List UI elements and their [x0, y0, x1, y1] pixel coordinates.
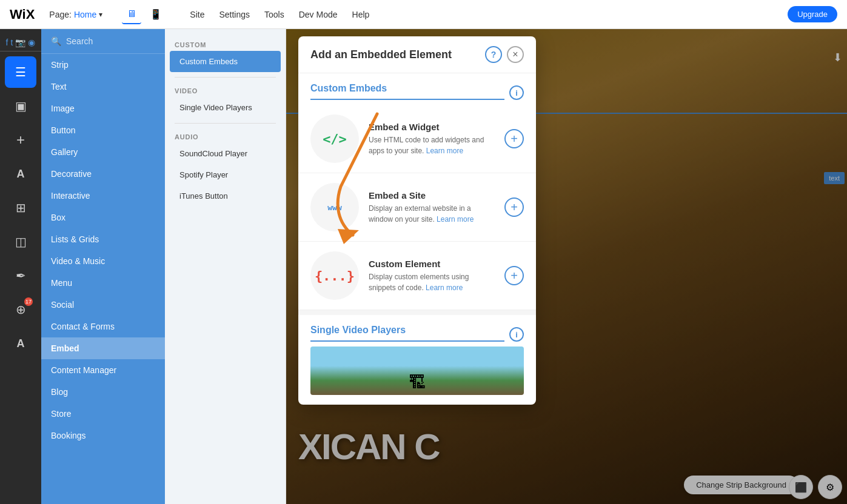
- upgrade-button[interactable]: Upgrade: [788, 6, 837, 22]
- sub-panel-divider-2: [175, 123, 276, 124]
- sidebar-item-embed[interactable]: Embed: [41, 337, 165, 359]
- account-panel-button[interactable]: A: [5, 328, 36, 359]
- sub-panel-custom-embeds[interactable]: Custom Embeds: [170, 51, 281, 72]
- embed-widget-icon: </>: [310, 114, 359, 163]
- sidebar-item-lists[interactable]: Lists & Grids: [41, 228, 165, 250]
- facebook-icon[interactable]: f: [6, 38, 8, 47]
- top-bar: WiX Page: Home ▾ 🖥 📱 Site Settings Tools…: [0, 0, 847, 29]
- nav-settings[interactable]: Settings: [219, 10, 250, 19]
- sidebar-item-video[interactable]: Video & Music: [41, 250, 165, 272]
- sidebar-item-social[interactable]: Social: [41, 294, 165, 316]
- add-icon: +: [16, 131, 25, 148]
- embed-site-name: Embed a Site: [369, 190, 495, 201]
- elements-panel-button[interactable]: ▣: [5, 90, 36, 122]
- modal-body: Custom Embeds i </> Embed a Widget Use H…: [298, 73, 536, 405]
- sub-panel-soundcloud[interactable]: SoundCloud Player: [170, 143, 281, 164]
- contacts-badge: 17: [24, 297, 33, 306]
- content-area: XICAN C text ⬇ Add an Embedded Element ?…: [286, 29, 847, 504]
- tripadvisor-icon[interactable]: ◉: [28, 38, 35, 47]
- sidebar-item-text[interactable]: Text: [41, 76, 165, 98]
- embed-site-add-button[interactable]: +: [504, 197, 524, 217]
- modal-help-button[interactable]: ?: [485, 46, 502, 63]
- embed-widget-name: Embed a Widget: [369, 122, 495, 132]
- sidebar-item-decorative[interactable]: Decorative: [41, 163, 165, 185]
- chevron-down-icon[interactable]: ▾: [99, 10, 102, 19]
- custom-element-name: Custom Element: [369, 259, 495, 269]
- page-label: Page:: [49, 10, 72, 19]
- embed-widget-desc: Use HTML code to add widgets and apps to…: [369, 134, 495, 156]
- sub-panel-audio-label: AUDIO: [165, 128, 286, 143]
- pen-icon: ✒: [16, 268, 26, 283]
- main-layout: f t 📷 ◉ ☰ ▣ + A ⊞ ◫ ✒ ⊕ 17 A: [0, 29, 847, 504]
- sub-panel-spotify[interactable]: Spotify Player: [170, 164, 281, 185]
- sidebar-item-interactive[interactable]: Interactive: [41, 185, 165, 207]
- video-thumbnail: 🏗: [310, 346, 524, 395]
- sidebar-item-store[interactable]: Store: [41, 403, 165, 425]
- page-name[interactable]: Home: [74, 10, 96, 19]
- custom-embeds-section-header: Custom Embeds i: [298, 73, 536, 105]
- pages-panel-button[interactable]: ☰: [5, 56, 36, 88]
- text-icon: A: [17, 168, 25, 181]
- search-bar[interactable]: 🔍: [41, 29, 165, 54]
- sidebar-item-blog[interactable]: Blog: [41, 381, 165, 403]
- embed-site-item: www Embed a Site Display an external web…: [298, 173, 536, 242]
- custom-element-info: Custom Element Display custom elements u…: [369, 259, 495, 293]
- sidebar-item-menu[interactable]: Menu: [41, 272, 165, 294]
- pages-icon: ☰: [15, 65, 26, 79]
- custom-embeds-title: Custom Embeds: [310, 83, 504, 100]
- apps-panel-button[interactable]: ⊞: [5, 192, 36, 224]
- custom-embeds-info-button[interactable]: i: [509, 85, 524, 100]
- embed-widget-learn-more[interactable]: Learn more: [426, 147, 463, 155]
- sub-panel-custom-label: CUSTOM: [165, 36, 286, 51]
- embed-site-learn-more[interactable]: Learn more: [437, 215, 474, 224]
- device-switcher: 🖥 📱: [122, 5, 166, 24]
- single-video-info-button[interactable]: i: [509, 327, 524, 342]
- sidebar-item-strip[interactable]: Strip: [41, 54, 165, 76]
- sidebar-item-box[interactable]: Box: [41, 207, 165, 228]
- modal-title: Add an Embedded Element: [310, 48, 485, 61]
- blog-panel-button[interactable]: ✒: [5, 260, 36, 291]
- embed-widget-add-button[interactable]: +: [504, 129, 524, 148]
- nav-tools[interactable]: Tools: [264, 10, 284, 19]
- embed-modal: Add an Embedded Element ? × Custom Embed…: [298, 36, 536, 405]
- nav-site[interactable]: Site: [190, 10, 204, 19]
- embed-site-icon: www: [310, 183, 359, 231]
- contacts-panel-button[interactable]: ⊕ 17: [5, 294, 36, 325]
- modal-close-button[interactable]: ×: [507, 46, 524, 63]
- wix-logo: WiX: [10, 7, 35, 22]
- media-icon: ◫: [15, 234, 27, 249]
- sidebar-item-gallery[interactable]: Gallery: [41, 141, 165, 163]
- top-right: Upgrade: [788, 6, 837, 22]
- instagram-icon[interactable]: 📷: [15, 38, 25, 47]
- apps-icon: ⊞: [16, 201, 26, 215]
- twitter-icon[interactable]: t: [11, 38, 13, 47]
- sidebar-item-button[interactable]: Button: [41, 119, 165, 141]
- sub-panel-video-label: VIDEO: [165, 82, 286, 97]
- search-icon: 🔍: [51, 36, 61, 46]
- custom-element-add-button[interactable]: +: [504, 266, 524, 285]
- sidebar-item-contact[interactable]: Contact & Forms: [41, 316, 165, 337]
- sidebar-item-content-manager[interactable]: Content Manager: [41, 359, 165, 381]
- sidebar-item-bookings[interactable]: Bookings: [41, 425, 165, 446]
- text-panel-button[interactable]: A: [5, 158, 36, 190]
- sidebar-panel: 🔍 Strip Text Image Button Gallery Decora…: [41, 29, 165, 504]
- modal-header: Add an Embedded Element ? ×: [298, 36, 536, 73]
- nav-help[interactable]: Help: [352, 10, 370, 19]
- search-input[interactable]: [66, 36, 155, 46]
- custom-element-learn-more[interactable]: Learn more: [426, 284, 463, 292]
- media-panel-button[interactable]: ◫: [5, 226, 36, 257]
- nav-devmode[interactable]: Dev Mode: [299, 10, 338, 19]
- sub-panel-itunes[interactable]: iTunes Button: [170, 185, 281, 207]
- sub-panel-divider-1: [175, 77, 276, 78]
- sub-panel-single-video[interactable]: Single Video Players: [170, 97, 281, 118]
- account-icon: A: [17, 337, 25, 350]
- custom-element-item: {...} Custom Element Display custom elem…: [298, 242, 536, 310]
- icon-bar: f t 📷 ◉ ☰ ▣ + A ⊞ ◫ ✒ ⊕ 17 A: [0, 29, 41, 504]
- add-element-button[interactable]: +: [5, 124, 36, 156]
- sidebar-item-image[interactable]: Image: [41, 98, 165, 119]
- desktop-view-button[interactable]: 🖥: [122, 5, 141, 24]
- mobile-view-button[interactable]: 📱: [146, 5, 166, 24]
- custom-element-desc: Display custom elements using snippets o…: [369, 271, 495, 293]
- embed-widget-item: </> Embed a Widget Use HTML code to add …: [298, 105, 536, 173]
- elements-icon: ▣: [15, 99, 27, 113]
